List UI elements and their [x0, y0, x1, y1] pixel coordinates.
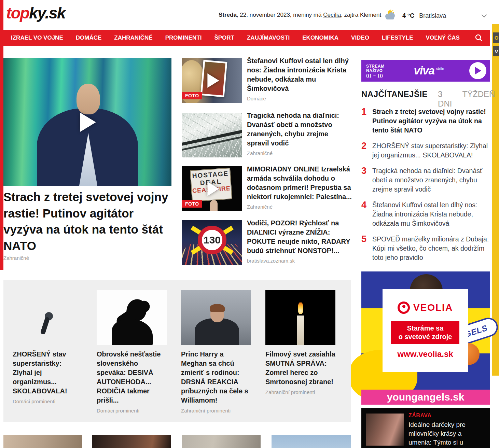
nav-item-sport[interactable]: ŠPORT — [214, 34, 234, 41]
search-icon[interactable] — [475, 34, 483, 42]
play-icon[interactable] — [207, 73, 219, 88]
thumb-speed-sign: 130 — [198, 226, 226, 254]
rank-number: 3 — [361, 166, 366, 176]
article-category[interactable]: Zahraniční prominenti — [181, 408, 251, 414]
play-icon[interactable] — [207, 182, 219, 196]
veolia-url[interactable]: www.veolia.sk — [383, 349, 468, 359]
nav-item-izrael-vo-vojne[interactable]: IZRAEL VO VOJNE — [11, 34, 63, 41]
most-read-item[interactable]: 2 ZHORŠENÝ stav superstaristky: Zlyhal j… — [361, 141, 490, 160]
bottom-article-card[interactable]: Princ Harry a Meghan sa chcú zmieriť s r… — [181, 290, 251, 414]
most-read-item-title[interactable]: Strach z tretej svetovej vojny rastie! P… — [372, 108, 486, 134]
viva-radio-stream-banner[interactable]: STREAM NAŽIVO ((( ~ ))) viva rádio — [361, 60, 490, 82]
rank-number: 1 — [361, 107, 366, 117]
zabava-label: ZÁBAVA — [408, 412, 431, 419]
most-read-item-title[interactable]: ZHORŠENÝ stav superstaristky: Zlyhal jej… — [372, 142, 488, 159]
veolia-slogan: Staráme sa o svetové zdroje — [391, 321, 459, 344]
article-thumb-superstaristka[interactable] — [13, 290, 83, 345]
zabava-title[interactable]: Ideálne darčeky pre milovníčky krásy a u… — [408, 420, 486, 448]
veolia-ad[interactable]: NGELS VEOLIA Staráme sa o svetové zdroje… — [361, 271, 490, 405]
article-title[interactable]: MIMORIADNY ONLINE Izraelská armáda schvá… — [247, 165, 352, 201]
bottom-article-card[interactable]: Filmový svet zasiahla SMUTNÁ SPRÁVA: Zom… — [265, 290, 335, 395]
teaser-image[interactable] — [182, 435, 261, 448]
most-read-item[interactable]: 3 Tragická nehoda na diaľnici: Dvanásť o… — [361, 166, 490, 194]
veolia-brand: VEOLIA — [413, 302, 453, 313]
prominenti-section: ZHORŠENÝ stav superstaristky: Zlyhal jej… — [3, 280, 351, 422]
article-category[interactable]: Domáci prominenti — [97, 408, 167, 414]
article-thumb-harry[interactable] — [181, 290, 251, 345]
most-read-item-title[interactable]: Tragická nehoda na diaľnici: Dvanásť obe… — [372, 167, 482, 193]
article-title[interactable]: Princ Harry a Meghan sa chcú zmieriť s r… — [181, 350, 251, 405]
most-read-item-title[interactable]: Štefanovi Kuffovi ostal len dlhý nos: Ži… — [372, 201, 477, 227]
article-title[interactable]: ZHORŠENÝ stav superstaristky: Zlyhal jej… — [13, 350, 83, 396]
nav-item-volny-cas[interactable]: VOĽNÝ ČAS — [426, 34, 460, 41]
ad-skin-letter-1[interactable]: O — [493, 32, 499, 43]
nav-item-lifestyle[interactable]: LIFESTYLE — [382, 34, 413, 41]
article-category[interactable]: Zahraniční prominenti — [265, 389, 335, 395]
main-article-video-thumb[interactable] — [3, 58, 171, 186]
main-article-title[interactable]: Strach z tretej svetovej vojny rastie! P… — [3, 189, 172, 254]
nav-item-video[interactable]: VIDEO — [351, 34, 369, 41]
bottom-article-card[interactable]: Obrovské nešťastie slovenského speváka: … — [97, 290, 167, 414]
article-title[interactable]: Filmový svet zasiahla SMUTNÁ SPRÁVA: Zom… — [265, 350, 335, 387]
teaser-image[interactable] — [272, 435, 351, 448]
weather-temp: 4 °C — [402, 12, 414, 19]
dateline-day: Streda — [219, 12, 237, 18]
main-article-category[interactable]: Zahraničné — [3, 255, 29, 261]
play-icon[interactable] — [80, 113, 96, 132]
teaser-image[interactable] — [3, 435, 82, 448]
article-row: 130 Vodiči, POZOR! Rýchlosť na DIAĽNICI … — [182, 220, 352, 270]
nav-item-zaujimavosti[interactable]: ZAUJÍMAVOSTI — [247, 34, 290, 41]
most-read-item[interactable]: 5 SPOVEĎ manželky milionára z Dubaja: Kú… — [361, 235, 490, 262]
stream-label: STREAM NAŽIVO ((( ~ ))) — [366, 64, 385, 78]
thumb-cracked-glass — [182, 113, 242, 157]
zabava-promo[interactable]: ZÁBAVA Ideálne darčeky pre milovníčky kr… — [361, 408, 490, 448]
article-title[interactable]: Vodiči, POZOR! Rýchlosť na DIAĽNICI výra… — [247, 219, 352, 255]
sun-cloud-icon — [383, 9, 398, 23]
teaser-image[interactable] — [92, 435, 171, 448]
article-category[interactable]: Domáci prominenti — [13, 398, 83, 404]
article-category[interactable]: Domáce — [247, 96, 352, 101]
article-category[interactable]: Zahraničné — [247, 150, 352, 156]
sound-waves-icon: ((( ~ ))) — [366, 73, 385, 78]
nav-item-domace[interactable]: DOMÁCE — [76, 34, 102, 41]
most-read-title[interactable]: NAJČÍTANEJŠIE — [361, 89, 428, 99]
article-category[interactable]: bratislava.zoznam.sk — [247, 258, 352, 264]
article-thumb-spevak[interactable] — [97, 290, 167, 345]
dateline-tail: , zajtra Klement — [341, 12, 381, 18]
ad-skin-letter-2[interactable]: V — [493, 46, 499, 56]
most-read-item-title[interactable]: SPOVEĎ manželky milionára z Dubaja: Kúpi… — [372, 235, 489, 261]
left-red-rail — [0, 0, 3, 270]
youngangels-footer[interactable]: youngangels.sk — [361, 390, 490, 405]
most-read-item[interactable]: 1 Strach z tretej svetovej vojny rastie!… — [361, 107, 490, 135]
article-thumb-kuffa[interactable]: FOTO — [182, 58, 242, 103]
viva-radio-logo: viva — [414, 64, 434, 77]
article-text: Štefanovi Kuffovi ostal len dlhý nos: Ži… — [247, 56, 352, 101]
article-title[interactable]: Tragická nehoda na diaľnici: Dvanásť obe… — [247, 111, 352, 148]
article-thumb-primerie[interactable]: HOSTAGE DEAL CEASEFIRE FOTO — [182, 166, 242, 211]
article-title[interactable]: Obrovské nešťastie slovenského speváka: … — [97, 350, 167, 405]
article-thumb-nehoda[interactable] — [182, 113, 242, 157]
nameday-link[interactable]: Cecília — [323, 12, 341, 18]
tab-tyzden[interactable]: TÝŽDEŇ — [462, 89, 495, 99]
article-title[interactable]: Štefanovi Kuffovi ostal len dlhý nos: Ži… — [247, 56, 352, 93]
article-thumb-rychlost[interactable]: 130 — [182, 220, 242, 265]
bottom-article-card[interactable]: ZHORŠENÝ stav superstaristky: Zlyhal jej… — [13, 290, 83, 404]
nav-item-prominenti[interactable]: PROMINENTI — [165, 34, 202, 41]
weather-widget[interactable]: 4 °C Bratislava — [383, 9, 446, 23]
chevron-down-icon[interactable] — [482, 12, 487, 18]
tab-3-dni[interactable]: 3 DNI — [438, 89, 452, 109]
most-read-list: 1 Strach z tretej svetovej vojny rastie!… — [361, 107, 490, 269]
veolia-slogan-line1: Staráme sa — [392, 324, 458, 333]
nav-item-ekonomika[interactable]: EKONOMIKA — [302, 34, 338, 41]
stream-play-button[interactable] — [469, 62, 486, 79]
weather-city: Bratislava — [419, 12, 446, 19]
article-thumb-candle[interactable] — [265, 290, 335, 345]
most-read-item[interactable]: 4 Štefanovi Kuffovi ostal len dlhý nos: … — [361, 200, 490, 228]
article-text: Tragická nehoda na diaľnici: Dvanásť obe… — [247, 111, 352, 156]
veolia-ring-icon — [398, 302, 410, 314]
nav-item-zahranicne[interactable]: ZAHRANIČNÉ — [114, 34, 152, 41]
site-logo[interactable]: topky.sk — [6, 3, 65, 22]
article-category[interactable]: Zahraničné — [247, 204, 352, 210]
stream-label-line1: STREAM — [366, 64, 385, 69]
foto-badge: FOTO — [182, 92, 202, 99]
